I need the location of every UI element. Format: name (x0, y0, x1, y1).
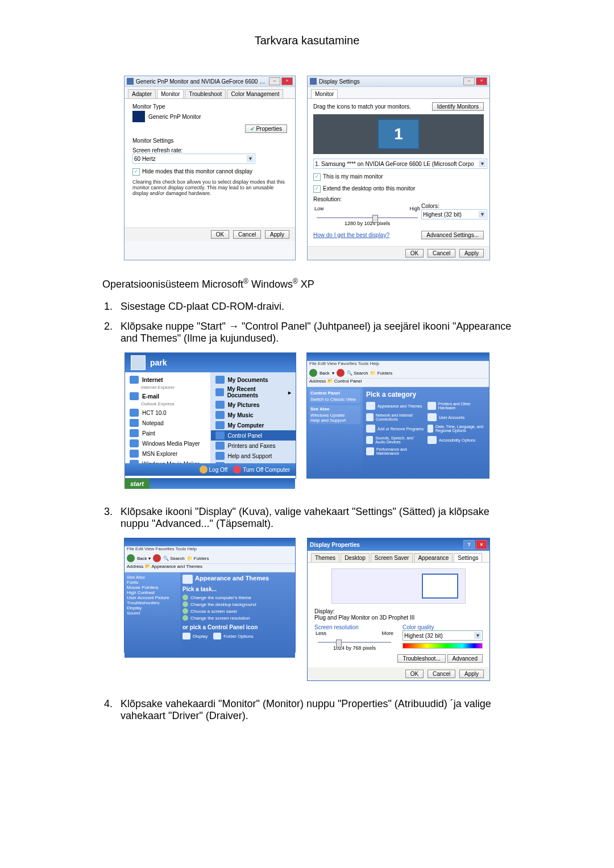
start-item-wmp[interactable]: Windows Media Player (125, 438, 210, 448)
color-quality-select[interactable]: Highest (32 bit) ▾ (403, 630, 483, 641)
category-network[interactable]: Network and Internet Connections (366, 413, 424, 421)
ok-button[interactable]: OK (211, 230, 229, 239)
monitor-arrangement-stage[interactable]: 1 (313, 114, 484, 154)
tab-desktop[interactable]: Desktop (341, 553, 370, 562)
see-also-link[interactable]: Help and Support (310, 418, 359, 423)
search-button[interactable]: 🔍 Search (163, 556, 185, 561)
at-menubar[interactable]: File Edit View Favorites Tools Help (125, 546, 295, 553)
category-performance[interactable]: Performance and Maintenance (366, 447, 424, 455)
identify-monitors-button[interactable]: Identify Monitors (432, 102, 484, 111)
start-item-notepad[interactable]: Notepad (125, 418, 210, 428)
back-button[interactable] (309, 369, 317, 377)
back-button[interactable] (127, 554, 135, 562)
advanced-button[interactable]: Advanced (447, 654, 483, 663)
start-item-help[interactable]: Help and Support (211, 451, 296, 461)
cancel-button[interactable]: Cancel (233, 230, 261, 239)
arrow-icon (182, 615, 188, 621)
best-display-help-link[interactable]: How do I get the best display? (313, 232, 389, 238)
close-button[interactable]: × (476, 540, 487, 549)
at-address-bar[interactable]: Address 📂 Appearance and Themes (125, 564, 295, 572)
resolution-slider[interactable] (317, 217, 418, 218)
minimize-button[interactable]: – (269, 77, 280, 85)
apply-button[interactable]: Apply (265, 230, 289, 239)
cancel-button[interactable]: Cancel (428, 670, 455, 678)
switch-classic-link[interactable]: Switch to Classic View (310, 397, 359, 402)
refresh-rate-select[interactable]: 60 Hertz ▾ (132, 153, 255, 164)
start-item-recent[interactable]: My Recent Documents ▸ (211, 385, 296, 400)
start-item-search[interactable]: Search (211, 461, 296, 463)
slider-thumb[interactable] (372, 215, 378, 223)
task-screensaver[interactable]: Choose a screen saver (182, 608, 293, 614)
tab-appearance[interactable]: Appearance (414, 553, 453, 562)
task-theme[interactable]: Change the computer's theme (182, 595, 293, 600)
task-resolution[interactable]: Change the screen resolution (182, 615, 293, 621)
search-button[interactable]: 🔍 Search (347, 371, 368, 376)
cp-icon-display[interactable]: Display (182, 633, 208, 639)
forward-button[interactable] (337, 369, 345, 377)
screen-res-slider[interactable] (318, 642, 391, 643)
tab-screen-saver[interactable]: Screen Saver (371, 553, 413, 562)
folders-button[interactable]: 📁 Folders (187, 556, 209, 561)
help-button[interactable]: ? (463, 540, 475, 549)
tab-themes[interactable]: Themes (311, 553, 339, 562)
start-item-moviemaker[interactable]: Windows Movie Maker (125, 459, 210, 463)
colors-label: Colors: (421, 203, 439, 209)
ds-tab-monitor[interactable]: Monitor (311, 89, 338, 98)
side-link[interactable]: Display (127, 605, 178, 610)
log-off-button[interactable]: Log Off (200, 466, 228, 474)
task-wallpaper[interactable]: Change the desktop background (182, 601, 293, 607)
start-item-pictures[interactable]: My Pictures (211, 400, 296, 410)
cp-icon-folder-options[interactable]: Folder Options (213, 633, 253, 639)
start-item-printers[interactable]: Printers and Faxes (211, 441, 296, 451)
properties-button[interactable]: ✔ Properties (245, 124, 287, 133)
side-link[interactable]: High Contrast (127, 590, 178, 595)
start-item-computer[interactable]: My Computer (211, 420, 296, 430)
advanced-settings-button[interactable]: Advanced Settings... (421, 231, 484, 239)
extend-desktop-checkbox[interactable]: ✓ (313, 185, 321, 193)
cp-menubar[interactable]: File Edit View Favorites Tools Help (307, 361, 489, 368)
folders-button[interactable]: 📁 Folders (370, 371, 392, 376)
start-item-paint[interactable]: Paint (125, 428, 210, 438)
side-link[interactable]: Fonts (127, 580, 178, 585)
start-item-control-panel[interactable]: Control Panel (211, 430, 296, 441)
colors-select[interactable]: Highest (32 bit) ▾ (421, 209, 487, 219)
category-datetime[interactable]: Date, Time, Language, and Regional Optio… (428, 425, 486, 433)
category-sounds[interactable]: Sounds, Speech, and Audio Devices (366, 436, 424, 444)
apply-button[interactable]: Apply (459, 670, 484, 678)
side-link[interactable]: User Account Picture (127, 595, 178, 600)
see-also-link[interactable]: Windows Update (310, 413, 359, 418)
apply-button[interactable]: Apply (459, 249, 484, 258)
tab-adapter[interactable]: Adapter (128, 89, 156, 98)
ok-button[interactable]: OK (405, 670, 424, 678)
category-users[interactable]: User Accounts (428, 413, 486, 421)
close-button[interactable]: × (476, 77, 487, 85)
tab-troubleshoot[interactable]: Troubleshoot (185, 89, 226, 98)
tab-settings[interactable]: Settings (454, 553, 482, 562)
start-item-music[interactable]: My Music (211, 410, 296, 420)
start-item-hct[interactable]: HCT 10.0 (125, 408, 210, 418)
close-button[interactable]: × (281, 77, 293, 85)
start-item-mydocs[interactable]: My Documents (211, 375, 296, 385)
tab-color-management[interactable]: Color Management (227, 89, 283, 98)
hide-modes-checkbox[interactable]: ✓ (132, 168, 140, 176)
monitor-1-box[interactable]: 1 (379, 120, 418, 148)
slider-thumb[interactable] (336, 639, 342, 647)
side-link[interactable]: Sound (127, 610, 178, 616)
main-monitor-checkbox[interactable]: ✓ (313, 173, 321, 181)
address-bar[interactable]: Address 📂 Control Panel (307, 379, 489, 387)
forward-button[interactable] (153, 554, 161, 562)
cancel-button[interactable]: Cancel (428, 249, 455, 258)
category-addremove[interactable]: Add or Remove Programs (366, 425, 424, 433)
turn-off-button[interactable]: Turn Off Computer (233, 466, 290, 474)
category-appearance[interactable]: Appearance and Themes (366, 402, 424, 410)
minimize-button[interactable]: – (463, 77, 475, 85)
ok-button[interactable]: OK (405, 249, 424, 258)
monitor-select[interactable]: 1. Samsung **** on NVIDIA GeForce 6600 L… (313, 159, 487, 169)
start-item-msn[interactable]: MSN Explorer (125, 448, 210, 459)
side-link[interactable]: Mouse Pointers (127, 585, 178, 590)
tab-monitor[interactable]: Monitor (157, 89, 184, 98)
category-accessibility[interactable]: Accessibility Options (428, 436, 486, 444)
category-printers[interactable]: Printers and Other Hardware (428, 402, 486, 410)
start-button[interactable]: start (125, 479, 150, 489)
troubleshoot-button[interactable]: Troubleshoot... (397, 654, 445, 663)
